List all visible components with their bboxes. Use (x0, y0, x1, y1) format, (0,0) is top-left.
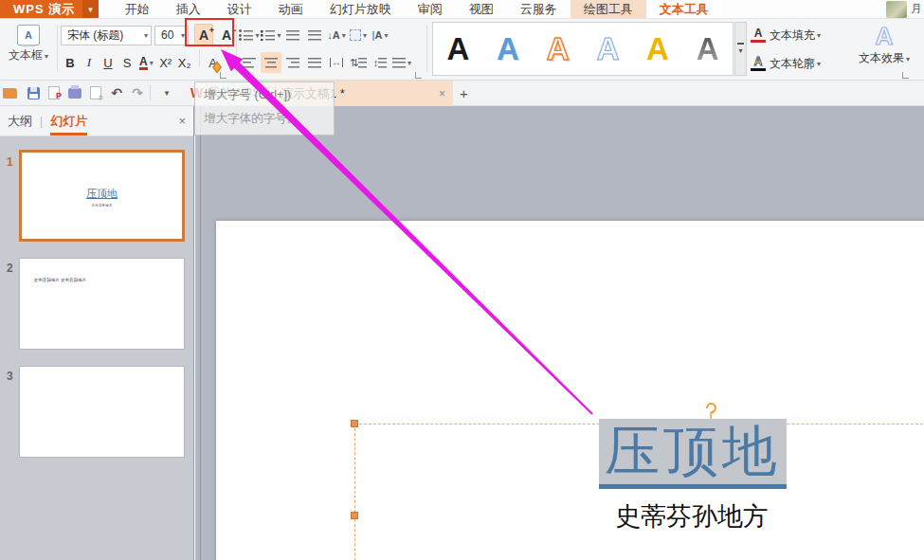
slide-number: 2 (7, 262, 13, 275)
chevron-down-icon: ▾ (817, 31, 821, 40)
text-outline-icon: A (751, 57, 766, 71)
slides-tab[interactable]: 幻灯片 (50, 113, 87, 135)
open-icon[interactable] (3, 88, 17, 99)
italic-button[interactable]: I (80, 51, 99, 74)
character-spacing-button[interactable]: |A▾ (370, 25, 390, 45)
style-group-expander[interactable] (902, 72, 909, 79)
wordart-gallery-more-button[interactable]: ▾ (734, 22, 747, 76)
slide-canvas[interactable] (216, 221, 924, 560)
paragraph-group-expander[interactable] (415, 72, 422, 79)
resize-handle-midleft[interactable] (351, 512, 358, 519)
tooltip-description: 增大字体的字号。 (204, 111, 325, 127)
menu-tab-text-tools[interactable]: 文本工具 (646, 0, 722, 18)
bullet-list-button[interactable]: ▾ (239, 25, 260, 45)
font-size-select[interactable]: 60▾ (154, 26, 189, 45)
increase-indent-button[interactable] (304, 25, 325, 45)
rotate-handle[interactable] (704, 402, 717, 421)
outline-tab[interactable]: 大纲 (8, 113, 32, 130)
thumb-subtitle: 史蒂芬孙地方 (29, 203, 173, 208)
strikethrough-button[interactable]: S (118, 51, 136, 74)
wordart-style-orange-outline[interactable]: A (533, 23, 583, 75)
numbered-list-icon (261, 29, 275, 41)
align-right-button[interactable] (282, 52, 303, 73)
document-tab-close-icon[interactable]: × (439, 87, 445, 100)
decrease-indent-button[interactable] (282, 25, 303, 45)
wordart-style-plain[interactable]: A (433, 23, 483, 75)
decrease-paragraph-spacing-button[interactable]: ↕ (370, 52, 390, 73)
divider (426, 25, 427, 72)
textbox-style-button[interactable]: ▾ (348, 25, 369, 45)
menu-tab-cloud[interactable]: 云服务 (507, 0, 571, 18)
menu-bar: WPS 演示 ▾ 开始 插入 设计 动画 幻灯片放映 审阅 视图 云服务 绘图工… (0, 0, 924, 19)
user-avatar[interactable] (886, 1, 907, 18)
menu-tab-review[interactable]: 审阅 (405, 0, 456, 18)
justify-button[interactable] (304, 52, 325, 73)
line-spacing-button[interactable]: ▾ (391, 52, 412, 73)
thumb-bullet-text: · 史蒂芬孙地方 史蒂芬孙地方 (31, 278, 184, 282)
print-preview-icon[interactable] (90, 86, 101, 99)
wordart-gallery: A A A A A A (432, 22, 734, 76)
chevron-down-icon: ▾ (906, 55, 910, 63)
underline-button[interactable]: U (99, 51, 118, 74)
more-icon (737, 43, 744, 45)
align-center-button[interactable] (261, 52, 281, 73)
wordart-style-gold[interactable]: A (633, 23, 683, 75)
distribute-icon: ↔ (330, 58, 343, 67)
divider (236, 25, 237, 72)
slide-thumbnail-2[interactable]: · 史蒂芬孙地方 史蒂芬孙地方 (19, 258, 185, 350)
wordart-style-blue[interactable]: A (483, 23, 534, 75)
numbered-list-button[interactable]: ▾ (261, 25, 281, 45)
distribute-button[interactable]: ↔ (326, 52, 347, 73)
superscript-button[interactable]: X² (156, 51, 175, 74)
textbox-button[interactable]: 文本框▾ (0, 47, 57, 63)
menu-tab-design[interactable]: 设计 (214, 0, 265, 18)
text-effect-button[interactable]: A 文本效果▾ (853, 19, 915, 66)
menu-tab-insert[interactable]: 插入 (163, 0, 214, 18)
user-area: 月 (886, 0, 924, 18)
resize-handle-topleft[interactable] (351, 420, 358, 427)
chevron-down-icon: ▾ (150, 59, 154, 67)
increase-paragraph-spacing-button[interactable]: ⇅ (348, 52, 369, 73)
panel-splitter[interactable] (200, 106, 201, 560)
new-tab-button[interactable]: + (460, 85, 468, 101)
panel-close-icon[interactable]: × (178, 114, 186, 128)
save-icon[interactable] (27, 87, 40, 99)
wordart-style-gray-gradient[interactable]: A (682, 23, 733, 75)
redo-button[interactable]: ↷ (129, 84, 146, 101)
quickbar-dropdown[interactable]: ▾ (158, 84, 175, 101)
clear-format-button[interactable]: A (204, 51, 223, 74)
selected-title-text[interactable]: 压顶地 (599, 419, 787, 489)
subscript-button[interactable]: X₂ (175, 51, 194, 74)
bold-button[interactable]: B (61, 51, 80, 74)
textbox-icon[interactable]: A (17, 25, 40, 45)
app-logo[interactable]: WPS 演示 (0, 0, 82, 18)
subtitle-text[interactable]: 史蒂芬孙地方 (597, 499, 787, 533)
export-pdf-icon[interactable] (48, 86, 60, 99)
slide-thumbnail-1[interactable]: 压顶地 史蒂芬孙地方 (19, 150, 185, 242)
menu-tab-home[interactable]: 开始 (112, 0, 163, 18)
tooltip-title: 增大字号 (Ctrl+]) (204, 87, 325, 103)
undo-button[interactable]: ↶ (108, 84, 125, 101)
bullet-list-icon (239, 29, 253, 41)
menu-tab-drawing-tools[interactable]: 绘图工具 (571, 0, 646, 18)
text-direction-button[interactable]: ↓A▾ (326, 25, 347, 45)
menu-tab-animation[interactable]: 动画 (265, 0, 317, 18)
divider (57, 25, 58, 72)
spacing-icon (378, 58, 387, 68)
font-color-button[interactable]: A▾ (136, 51, 156, 74)
wordart-style-white-outline[interactable]: A (583, 23, 633, 75)
print-icon[interactable] (68, 88, 82, 99)
align-left-button[interactable] (239, 52, 260, 73)
menu-tab-view[interactable]: 视图 (456, 0, 507, 18)
text-style-group: A 文本填充▾ A 文本轮廓▾ A 文本效果▾ (751, 19, 916, 81)
align-left-icon (243, 58, 256, 68)
increase-font-size-button[interactable]: A+ (194, 24, 213, 46)
app-logo-dropdown[interactable]: ▾ (82, 0, 99, 18)
slide-thumbnail-3[interactable] (19, 366, 185, 458)
increase-indent-icon (308, 30, 321, 41)
font-name-select[interactable]: 宋体 (标题)▾ (61, 26, 152, 45)
menu-tab-slideshow[interactable]: 幻灯片放映 (317, 0, 405, 18)
user-name[interactable]: 月 (911, 1, 924, 17)
font-group-expander[interactable] (220, 72, 226, 79)
decrease-font-size-button[interactable]: A− (217, 24, 236, 46)
